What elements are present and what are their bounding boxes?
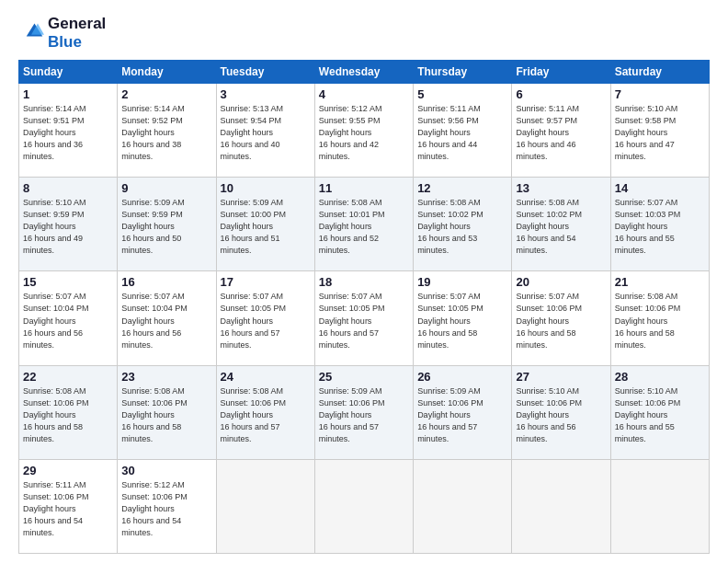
- calendar-cell: 19 Sunrise: 5:07 AMSunset: 10:05 PMDayli…: [414, 271, 512, 365]
- page: General Blue SundayMondayTuesdayWednesda…: [0, 0, 728, 563]
- day-number: 9: [121, 181, 211, 195]
- day-info: Sunrise: 5:08 AMSunset: 10:06 PMDaylight…: [121, 386, 188, 443]
- calendar-cell: 12 Sunrise: 5:08 AMSunset: 10:02 PMDayli…: [414, 178, 512, 271]
- day-info: Sunrise: 5:07 AMSunset: 10:05 PMDaylight…: [417, 292, 483, 349]
- day-info: Sunrise: 5:11 AMSunset: 9:57 PMDaylight …: [516, 104, 579, 161]
- calendar-cell: [414, 459, 512, 553]
- day-info: Sunrise: 5:07 AMSunset: 10:06 PMDaylight…: [516, 292, 582, 349]
- calendar-cell: 11 Sunrise: 5:08 AMSunset: 10:01 PMDayli…: [314, 178, 413, 271]
- logo: General Blue: [18, 15, 106, 51]
- calendar-cell: 15 Sunrise: 5:07 AMSunset: 10:04 PMDayli…: [19, 271, 118, 365]
- day-info: Sunrise: 5:08 AMSunset: 10:06 PMDaylight…: [615, 292, 681, 349]
- calendar-cell: 29 Sunrise: 5:11 AMSunset: 10:06 PMDayli…: [19, 459, 118, 553]
- calendar-cell: 14 Sunrise: 5:07 AMSunset: 10:03 PMDayli…: [610, 178, 709, 271]
- day-number: 7: [615, 87, 705, 101]
- day-info: Sunrise: 5:09 AMSunset: 10:00 PMDaylight…: [221, 198, 287, 255]
- day-info: Sunrise: 5:10 AMSunset: 10:06 PMDaylight…: [516, 386, 582, 443]
- day-number: 2: [121, 87, 211, 101]
- week-row-5: 29 Sunrise: 5:11 AMSunset: 10:06 PMDayli…: [19, 459, 710, 553]
- day-info: Sunrise: 5:13 AMSunset: 9:54 PMDaylight …: [221, 104, 284, 161]
- day-info: Sunrise: 5:12 AMSunset: 9:55 PMDaylight …: [319, 104, 382, 161]
- calendar-cell: 4 Sunrise: 5:12 AMSunset: 9:55 PMDayligh…: [314, 84, 413, 178]
- day-info: Sunrise: 5:08 AMSunset: 10:02 PMDaylight…: [417, 198, 483, 255]
- calendar-cell: 17 Sunrise: 5:07 AMSunset: 10:05 PMDayli…: [216, 271, 314, 365]
- calendar-cell: [512, 459, 610, 553]
- calendar-cell: 25 Sunrise: 5:09 AMSunset: 10:06 PMDayli…: [314, 365, 413, 459]
- calendar-cell: 5 Sunrise: 5:11 AMSunset: 9:56 PMDayligh…: [414, 84, 512, 178]
- calendar-cell: 6 Sunrise: 5:11 AMSunset: 9:57 PMDayligh…: [512, 84, 610, 178]
- day-number: 29: [23, 464, 113, 477]
- calendar-cell: 28 Sunrise: 5:10 AMSunset: 10:06 PMDayli…: [610, 365, 709, 459]
- logo-text: General Blue: [48, 15, 106, 51]
- weekday-header-tuesday: Tuesday: [216, 61, 314, 84]
- day-info: Sunrise: 5:07 AMSunset: 10:04 PMDaylight…: [23, 292, 89, 349]
- day-info: Sunrise: 5:10 AMSunset: 10:06 PMDaylight…: [615, 386, 681, 443]
- calendar-cell: [314, 459, 413, 553]
- day-info: Sunrise: 5:07 AMSunset: 10:04 PMDaylight…: [121, 292, 188, 349]
- calendar-cell: [610, 459, 709, 553]
- day-number: 22: [23, 370, 113, 384]
- day-number: 26: [417, 370, 507, 384]
- week-row-1: 1 Sunrise: 5:14 AMSunset: 9:51 PMDayligh…: [19, 84, 710, 178]
- day-info: Sunrise: 5:14 AMSunset: 9:51 PMDaylight …: [23, 104, 86, 161]
- calendar-cell: 9 Sunrise: 5:09 AMSunset: 9:59 PMDayligh…: [118, 178, 216, 271]
- calendar-cell: 2 Sunrise: 5:14 AMSunset: 9:52 PMDayligh…: [118, 84, 216, 178]
- calendar-cell: 21 Sunrise: 5:08 AMSunset: 10:06 PMDayli…: [610, 271, 709, 365]
- day-number: 25: [319, 370, 409, 384]
- day-info: Sunrise: 5:12 AMSunset: 10:06 PMDaylight…: [121, 480, 188, 537]
- weekday-header-wednesday: Wednesday: [314, 61, 413, 84]
- weekday-header-friday: Friday: [512, 61, 610, 84]
- day-info: Sunrise: 5:08 AMSunset: 10:01 PMDaylight…: [319, 198, 385, 255]
- day-number: 17: [221, 275, 311, 289]
- calendar-cell: 3 Sunrise: 5:13 AMSunset: 9:54 PMDayligh…: [216, 84, 314, 178]
- calendar: SundayMondayTuesdayWednesdayThursdayFrid…: [18, 60, 710, 554]
- day-info: Sunrise: 5:08 AMSunset: 10:06 PMDaylight…: [23, 386, 89, 443]
- weekday-header-row: SundayMondayTuesdayWednesdayThursdayFrid…: [19, 61, 710, 84]
- day-number: 5: [417, 87, 507, 101]
- day-number: 12: [417, 181, 507, 195]
- day-number: 19: [417, 275, 507, 289]
- day-number: 14: [615, 181, 705, 195]
- day-number: 10: [221, 181, 311, 195]
- day-info: Sunrise: 5:08 AMSunset: 10:02 PMDaylight…: [516, 198, 582, 255]
- day-info: Sunrise: 5:14 AMSunset: 9:52 PMDaylight …: [121, 104, 185, 161]
- weekday-header-monday: Monday: [118, 61, 216, 84]
- day-number: 27: [516, 370, 606, 384]
- day-number: 24: [221, 370, 311, 384]
- calendar-cell: 22 Sunrise: 5:08 AMSunset: 10:06 PMDayli…: [19, 365, 118, 459]
- day-number: 30: [121, 464, 211, 477]
- day-info: Sunrise: 5:07 AMSunset: 10:03 PMDaylight…: [615, 198, 681, 255]
- day-number: 18: [319, 275, 409, 289]
- calendar-cell: 23 Sunrise: 5:08 AMSunset: 10:06 PMDayli…: [118, 365, 216, 459]
- day-number: 16: [121, 275, 211, 289]
- logo-icon: [18, 20, 44, 46]
- calendar-cell: 13 Sunrise: 5:08 AMSunset: 10:02 PMDayli…: [512, 178, 610, 271]
- day-info: Sunrise: 5:09 AMSunset: 10:06 PMDaylight…: [417, 386, 483, 443]
- week-row-4: 22 Sunrise: 5:08 AMSunset: 10:06 PMDayli…: [19, 365, 710, 459]
- day-info: Sunrise: 5:11 AMSunset: 9:56 PMDaylight …: [417, 104, 481, 161]
- day-number: 13: [516, 181, 606, 195]
- calendar-cell: 7 Sunrise: 5:10 AMSunset: 9:58 PMDayligh…: [610, 84, 709, 178]
- calendar-cell: 18 Sunrise: 5:07 AMSunset: 10:05 PMDayli…: [314, 271, 413, 365]
- calendar-cell: 26 Sunrise: 5:09 AMSunset: 10:06 PMDayli…: [414, 365, 512, 459]
- weekday-header-thursday: Thursday: [414, 61, 512, 84]
- day-info: Sunrise: 5:07 AMSunset: 10:05 PMDaylight…: [221, 292, 287, 349]
- day-number: 28: [615, 370, 705, 384]
- day-info: Sunrise: 5:07 AMSunset: 10:05 PMDaylight…: [319, 292, 385, 349]
- day-number: 23: [121, 370, 211, 384]
- day-number: 1: [23, 87, 113, 101]
- day-number: 15: [23, 275, 113, 289]
- day-info: Sunrise: 5:09 AMSunset: 9:59 PMDaylight …: [121, 198, 185, 255]
- day-number: 8: [23, 181, 113, 195]
- week-row-3: 15 Sunrise: 5:07 AMSunset: 10:04 PMDayli…: [19, 271, 710, 365]
- weekday-header-sunday: Sunday: [19, 61, 118, 84]
- day-number: 3: [221, 87, 311, 101]
- week-row-2: 8 Sunrise: 5:10 AMSunset: 9:59 PMDayligh…: [19, 178, 710, 271]
- day-number: 21: [615, 275, 705, 289]
- calendar-cell: 10 Sunrise: 5:09 AMSunset: 10:00 PMDayli…: [216, 178, 314, 271]
- day-info: Sunrise: 5:11 AMSunset: 10:06 PMDaylight…: [23, 480, 89, 537]
- day-info: Sunrise: 5:10 AMSunset: 9:59 PMDaylight …: [23, 198, 86, 255]
- day-number: 6: [516, 87, 606, 101]
- weekday-header-saturday: Saturday: [610, 61, 709, 84]
- day-number: 11: [319, 181, 409, 195]
